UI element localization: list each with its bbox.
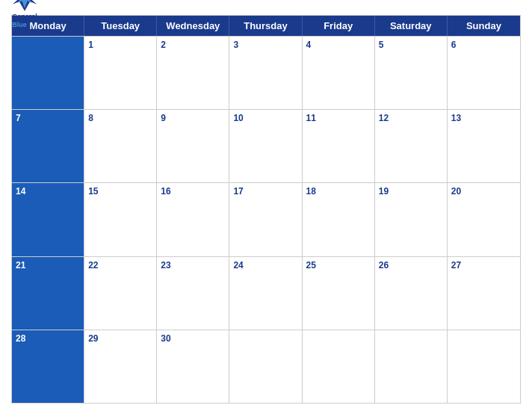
week-row-1: 123456 [12,36,520,109]
day-cell-11: 11 [303,110,375,182]
day-name-friday: Friday [303,16,375,36]
day-number: 5 [379,40,443,50]
day-cell-27: 27 [448,257,520,330]
day-cell-26: 26 [375,257,448,330]
day-number: 25 [306,260,371,271]
day-cell-25: 25 [303,257,375,330]
day-cell-3: 3 [229,37,302,109]
logo-blue: Blue [12,21,27,28]
day-number: 14 [16,186,80,197]
day-number: 27 [451,260,516,271]
week-row-3: 14151617181920 [12,182,520,256]
week-row-4: 21222324252627 [12,256,520,330]
day-number: 9 [161,113,225,123]
day-number: 8 [88,113,152,123]
day-number: 6 [451,40,516,50]
day-cell-19: 19 [375,183,448,256]
day-number: 15 [88,186,152,197]
day-cell-29: 29 [84,330,157,403]
day-cell-17: 17 [229,183,302,256]
day-cell-13: 13 [448,110,520,182]
day-number: 18 [306,186,371,197]
day-cell-28: 28 [12,330,84,403]
day-cell-15: 15 [84,183,157,256]
day-number: 24 [233,260,297,271]
day-cell-2: 2 [157,37,229,109]
day-number: 3 [233,40,297,50]
day-number: 12 [379,113,443,123]
day-cell-5: 5 [375,37,448,109]
day-cell-4: 4 [303,37,375,109]
day-name-wednesday: Wednesday [157,16,229,36]
day-number: 23 [161,260,225,271]
day-number: 17 [233,186,297,197]
day-name-thursday: Thursday [229,16,302,36]
day-number: 10 [233,113,297,123]
day-number: 13 [451,113,516,123]
day-number: 29 [88,333,152,344]
day-cell-empty [229,330,302,403]
day-number: 2 [161,40,225,50]
day-cell-empty [12,37,84,109]
day-number: 4 [306,40,371,50]
day-cell-empty [448,330,520,403]
svg-marker-1 [16,0,33,8]
day-cell-12: 12 [375,110,448,182]
calendar: MondayTuesdayWednesdayThursdayFridaySatu… [11,15,521,404]
day-cell-24: 24 [229,257,302,330]
day-number: 11 [306,113,371,123]
day-cell-1: 1 [84,37,157,109]
day-number: 19 [379,186,443,197]
day-number: 28 [16,333,80,344]
day-cell-14: 14 [12,183,84,256]
day-cell-6: 6 [448,37,520,109]
day-number: 30 [161,333,225,344]
day-name-tuesday: Tuesday [84,16,157,36]
day-number: 22 [88,260,152,271]
day-name-sunday: Sunday [448,16,520,36]
days-header: MondayTuesdayWednesdayThursdayFridaySatu… [12,16,520,36]
day-number: 16 [161,186,225,197]
logo-general: General [12,13,37,20]
day-cell-empty [375,330,448,403]
day-cell-10: 10 [229,110,302,182]
day-cell-empty [303,330,375,403]
day-cell-7: 7 [12,110,84,182]
day-cell-8: 8 [84,110,157,182]
week-row-5: 282930 [12,330,520,403]
day-cell-9: 9 [157,110,229,182]
day-number: 20 [451,186,516,197]
calendar-header: General Blue [11,7,521,10]
day-number: 7 [16,113,80,123]
calendar-body: 1234567891011121314151617181920212223242… [12,36,520,403]
day-number: 21 [16,260,80,271]
day-cell-30: 30 [157,330,229,403]
day-cell-21: 21 [12,257,84,330]
week-row-2: 78910111213 [12,109,520,182]
day-cell-20: 20 [448,183,520,256]
day-cell-18: 18 [303,183,375,256]
day-number: 26 [379,260,443,271]
day-cell-16: 16 [157,183,229,256]
day-number: 1 [88,40,152,50]
logo: General Blue [11,0,38,29]
day-name-saturday: Saturday [375,16,448,36]
day-cell-22: 22 [84,257,157,330]
day-cell-23: 23 [157,257,229,330]
